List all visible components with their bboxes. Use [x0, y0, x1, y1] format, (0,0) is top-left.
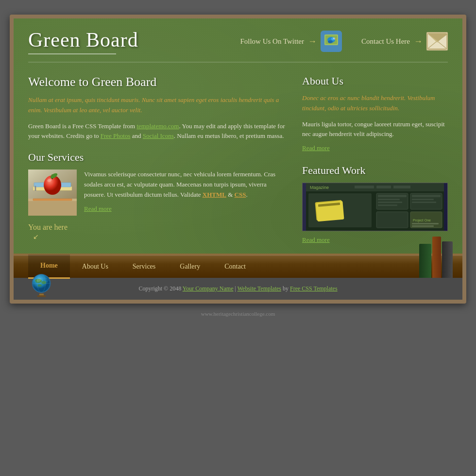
welcome-title: Welcome to Green Board	[28, 75, 288, 89]
svg-text:Magazine: Magazine	[310, 185, 329, 190]
footer-by: by	[281, 285, 290, 292]
nav-item-about[interactable]: About Us	[70, 255, 120, 279]
svg-line-12	[428, 42, 437, 48]
svg-point-57	[37, 284, 41, 287]
services-read-more[interactable]: Read more	[84, 204, 288, 214]
about-body: Mauris ligula tortor, congue laoreet rut…	[302, 119, 448, 140]
welcome-section: Welcome to Green Board Nullam at erat ip…	[28, 75, 288, 141]
you-are-here: You are here ↙	[28, 223, 288, 243]
site-url: www.heritagechristiancollege.com	[10, 304, 466, 324]
about-title: About Us	[302, 75, 448, 87]
service-image	[28, 170, 77, 216]
svg-rect-45	[412, 199, 434, 200]
svg-marker-11	[428, 34, 446, 43]
main-content: Welcome to Green Board Nullam at erat ip…	[28, 75, 448, 254]
svg-line-13	[438, 42, 446, 48]
featured-section: Featured Work Magazine	[302, 164, 448, 244]
book-green	[419, 244, 431, 278]
footer-copyright: Copyright © 2048	[138, 285, 182, 292]
nav-item-contact[interactable]: Contact	[212, 255, 258, 279]
service-body: Vivamus scelerisque consectetur nunc, ne…	[84, 170, 288, 200]
welcome-body4: . Nullam eu metus libero, et pretium mas…	[174, 132, 284, 139]
book-brown	[432, 237, 441, 278]
you-are-here-arrow-icon: ↙	[33, 233, 288, 241]
svg-rect-44	[412, 195, 441, 197]
svg-rect-14	[28, 199, 77, 216]
svg-point-8	[328, 40, 333, 43]
twitter-social-item[interactable]: Follow Us On Twitter →	[240, 31, 342, 52]
main-nav: Home About Us Services Gallery Contact	[28, 255, 258, 279]
xhtml-link[interactable]: XHTML	[203, 191, 226, 198]
svg-rect-40	[378, 199, 400, 200]
nav-item-gallery[interactable]: Gallery	[168, 255, 212, 279]
svg-rect-41	[378, 202, 402, 203]
about-intro: Donec ac eros ac nunc blandit hendrerit.…	[302, 93, 448, 114]
contact-social-item[interactable]: Contact Us Here →	[361, 32, 448, 51]
contact-label: Contact Us Here	[361, 37, 410, 46]
svg-text:Project One: Project One	[413, 219, 431, 222]
svg-rect-51	[412, 225, 434, 227]
twitter-arrow-icon: →	[308, 36, 317, 47]
svg-rect-46	[412, 202, 436, 203]
svg-point-23	[35, 189, 36, 191]
photos-link[interactable]: Free Photos	[101, 132, 131, 139]
book-black	[442, 241, 453, 278]
welcome-intro: Nullam at erat ipsum, quis tincidunt mau…	[28, 95, 288, 116]
footer: Copyright © 2048 Your Company Name | Web…	[14, 278, 462, 300]
company-name-link[interactable]: Your Company Name	[183, 285, 234, 292]
nav-list: Home About Us Services Gallery Contact	[28, 255, 258, 279]
css-link[interactable]: CSS	[235, 191, 246, 198]
svg-rect-10	[427, 34, 447, 49]
welcome-body1: Green Board is a Free CSS Template from	[28, 122, 136, 130]
right-column: About Us Donec ac eros ac nunc blandit h…	[302, 75, 448, 244]
templates-link[interactable]: Website Templates	[238, 285, 281, 292]
site-header: Green Board Follow Us On Twitter →	[28, 28, 448, 63]
service-item: Vivamus scelerisque consectetur nunc, ne…	[28, 170, 288, 216]
svg-rect-39	[378, 195, 407, 197]
svg-rect-50	[412, 223, 439, 224]
services-title: Our Services	[28, 151, 288, 164]
footer-area: Home About Us Services Gallery Contact	[28, 254, 448, 300]
featured-title: Featured Work	[302, 164, 448, 177]
twitter-label: Follow Us On Twitter	[240, 37, 304, 46]
globe-decoration	[28, 271, 55, 300]
welcome-body: Green Board is a Free CSS Template from …	[28, 121, 288, 142]
footer-separator: |	[234, 285, 238, 292]
about-section: About Us Donec ac eros ac nunc blandit h…	[302, 75, 448, 152]
left-column: Welcome to Green Board Nullam at erat ip…	[28, 75, 288, 244]
svg-rect-53	[37, 295, 46, 297]
svg-rect-42	[378, 204, 397, 206]
nav-bar: Home About Us Services Gallery Contact	[14, 254, 462, 278]
templatemo-link[interactable]: templatemo.com	[136, 122, 179, 130]
contact-arrow-icon: →	[414, 36, 423, 47]
about-read-more[interactable]: Read more	[302, 144, 330, 152]
svg-rect-32	[376, 186, 391, 188]
nav-item-services[interactable]: Services	[120, 255, 168, 279]
featured-read-more[interactable]: Read more	[302, 236, 330, 243]
welcome-body3: and	[131, 132, 143, 139]
featured-work-image: Magazine	[302, 183, 448, 231]
header-social: Follow Us On Twitter →	[240, 31, 448, 52]
svg-rect-9	[427, 34, 447, 49]
service-description: Vivamus scelerisque consectetur nunc, ne…	[84, 170, 288, 214]
svg-rect-31	[355, 186, 374, 188]
svg-rect-47	[376, 212, 408, 228]
svg-point-6	[334, 38, 335, 38]
site-title: Green Board	[28, 28, 138, 54]
books-decoration	[419, 237, 453, 278]
services-section: Our Services	[28, 151, 288, 216]
css-templates-link[interactable]: Free CSS Templates	[290, 285, 338, 292]
svg-rect-18	[33, 199, 72, 201]
icons-link[interactable]: Social Icons	[143, 132, 174, 139]
twitter-icon[interactable]	[321, 31, 342, 52]
mail-icon[interactable]	[426, 32, 448, 51]
you-are-here-label: You are here	[28, 223, 68, 231]
svg-rect-33	[393, 186, 410, 188]
